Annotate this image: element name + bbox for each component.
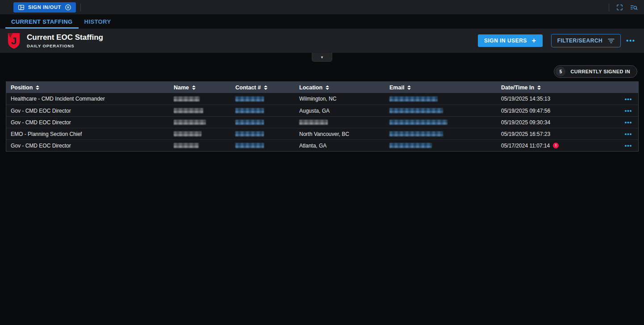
column-header-contact[interactable]: Contact # bbox=[231, 82, 295, 93]
page-header: J Current EOC Staffing DAILY OPERATIONS … bbox=[0, 29, 644, 53]
column-label: Date/Time In bbox=[501, 84, 534, 91]
page-title: Current EOC Staffing bbox=[27, 33, 103, 42]
name-cell bbox=[169, 93, 231, 105]
sort-icon bbox=[192, 85, 196, 90]
sort-up-arrow bbox=[326, 85, 329, 87]
actions-cell: ••• bbox=[619, 105, 638, 116]
row-actions-button[interactable]: ••• bbox=[625, 96, 632, 102]
position-cell: Healthcare - CMD Incident Commander bbox=[6, 93, 169, 105]
column-header-position[interactable]: Position bbox=[6, 82, 169, 93]
table-body: Healthcare - CMD Incident CommanderWilmi… bbox=[6, 93, 638, 151]
table-row: Gov - CMD EOC DirectorAugusta, GA05/19/2… bbox=[6, 105, 638, 116]
column-label: Position bbox=[11, 84, 33, 91]
column-header-email[interactable]: Email bbox=[385, 82, 497, 93]
column-header-location[interactable]: Location bbox=[295, 82, 385, 93]
sign-in-out-label: SIGN IN/OUT bbox=[28, 4, 61, 10]
contact-cell bbox=[231, 105, 295, 116]
page-subtitle: DAILY OPERATIONS bbox=[27, 43, 103, 48]
row-actions-button[interactable]: ••• bbox=[625, 119, 632, 126]
sort-down-arrow bbox=[407, 88, 411, 90]
sort-down-arrow bbox=[326, 88, 329, 90]
row-actions-button[interactable]: ••• bbox=[625, 107, 632, 114]
tab-current-staffing[interactable]: CURRENT STAFFING bbox=[5, 14, 79, 29]
fullscreen-icon bbox=[616, 4, 623, 11]
location-cell bbox=[295, 117, 385, 128]
svg-text:J: J bbox=[11, 35, 17, 46]
actions-cell: ••• bbox=[619, 117, 638, 128]
contact-cell bbox=[231, 117, 295, 128]
email-cell bbox=[385, 93, 497, 105]
redacted-name bbox=[174, 108, 203, 113]
redacted-name bbox=[174, 97, 200, 101]
redacted-email bbox=[389, 131, 443, 136]
sort-up-arrow bbox=[537, 85, 541, 87]
email-cell bbox=[385, 140, 497, 151]
sign-in-users-button[interactable]: SIGN IN USERS + bbox=[478, 34, 543, 47]
sort-icon bbox=[264, 85, 268, 90]
redacted-name bbox=[174, 120, 206, 125]
app-logo: J bbox=[7, 32, 21, 49]
filter-icon bbox=[608, 38, 615, 43]
tab-bar: CURRENT STAFFING HISTORY bbox=[0, 14, 644, 29]
sort-up-arrow bbox=[36, 85, 39, 87]
column-label: Contact # bbox=[235, 84, 261, 91]
location-cell: Augusta, GA bbox=[295, 105, 385, 116]
sort-up-arrow bbox=[264, 85, 268, 87]
location-cell: Wilmington, NC bbox=[295, 93, 385, 105]
email-cell bbox=[385, 105, 497, 116]
tab-history[interactable]: HISTORY bbox=[79, 14, 117, 29]
collapse-panel-handle[interactable]: ▾ bbox=[312, 53, 332, 62]
redacted-contact bbox=[235, 143, 264, 148]
row-actions-button[interactable]: ••• bbox=[625, 142, 632, 149]
search-list-button[interactable] bbox=[630, 4, 638, 11]
filter-search-button[interactable]: FILTER/SEARCH bbox=[551, 34, 621, 47]
staffing-table: PositionNameContact #LocationEmailDate/T… bbox=[6, 81, 639, 152]
column-header-name[interactable]: Name bbox=[169, 82, 231, 93]
position-cell: EMO - Planning Section Chief bbox=[6, 128, 169, 139]
table-row: Healthcare - CMD Incident CommanderWilmi… bbox=[6, 93, 638, 105]
actions-cell: ••• bbox=[619, 93, 638, 105]
sort-down-arrow bbox=[36, 88, 39, 90]
redacted-name bbox=[174, 143, 199, 148]
more-options-button[interactable]: ••• bbox=[624, 37, 637, 44]
name-cell bbox=[169, 117, 231, 128]
table-row: Gov - CMD EOC DirectorAtlanta, GA05/17/2… bbox=[6, 139, 638, 151]
name-cell bbox=[169, 105, 231, 116]
datetime-cell: 05/19/2025 16:57:23 bbox=[497, 128, 619, 139]
sort-icon bbox=[537, 85, 541, 90]
column-header-date-time-in[interactable]: Date/Time In bbox=[497, 82, 619, 93]
filter-search-label: FILTER/SEARCH bbox=[557, 38, 603, 44]
sort-down-arrow bbox=[264, 88, 268, 90]
location-cell: North Vancouver, BC bbox=[295, 128, 385, 139]
redacted-location bbox=[299, 120, 328, 125]
topbar-divider bbox=[80, 4, 81, 11]
datetime-cell: 05/19/2025 09:47:56 bbox=[497, 105, 619, 116]
redacted-contact bbox=[235, 120, 264, 125]
signed-in-count: 5 bbox=[556, 67, 565, 76]
datetime-cell: 05/19/2025 09:30:34 bbox=[497, 117, 619, 128]
sort-icon bbox=[326, 85, 329, 90]
topbar-right-divider bbox=[609, 4, 609, 11]
panel-columns-icon bbox=[18, 4, 25, 11]
redacted-name bbox=[174, 131, 201, 136]
redacted-contact bbox=[235, 97, 264, 101]
circled-x-icon[interactable] bbox=[65, 4, 71, 11]
row-actions-button[interactable]: ••• bbox=[625, 131, 632, 137]
sort-icon bbox=[36, 85, 39, 90]
column-label: Location bbox=[299, 84, 322, 91]
datetime-cell: 05/19/2025 14:35:13 bbox=[497, 93, 619, 105]
redacted-email bbox=[389, 120, 447, 125]
actions-cell: ••• bbox=[619, 128, 638, 139]
location-cell: Atlanta, GA bbox=[295, 140, 385, 151]
datetime-value: 05/19/2025 09:30:34 bbox=[501, 119, 550, 126]
column-label: Name bbox=[174, 84, 189, 91]
sign-in-out-button[interactable]: SIGN IN/OUT bbox=[13, 2, 76, 13]
sort-down-arrow bbox=[537, 88, 541, 90]
redacted-email bbox=[389, 143, 432, 148]
fullscreen-button[interactable] bbox=[616, 4, 623, 11]
warning-icon: ! bbox=[553, 143, 559, 148]
currently-signed-in-badge: 5 CURRENTLY SIGNED IN bbox=[554, 65, 637, 78]
datetime-value: 05/19/2025 14:35:13 bbox=[501, 96, 550, 102]
plus-icon: + bbox=[532, 37, 536, 44]
sort-up-arrow bbox=[192, 85, 196, 87]
